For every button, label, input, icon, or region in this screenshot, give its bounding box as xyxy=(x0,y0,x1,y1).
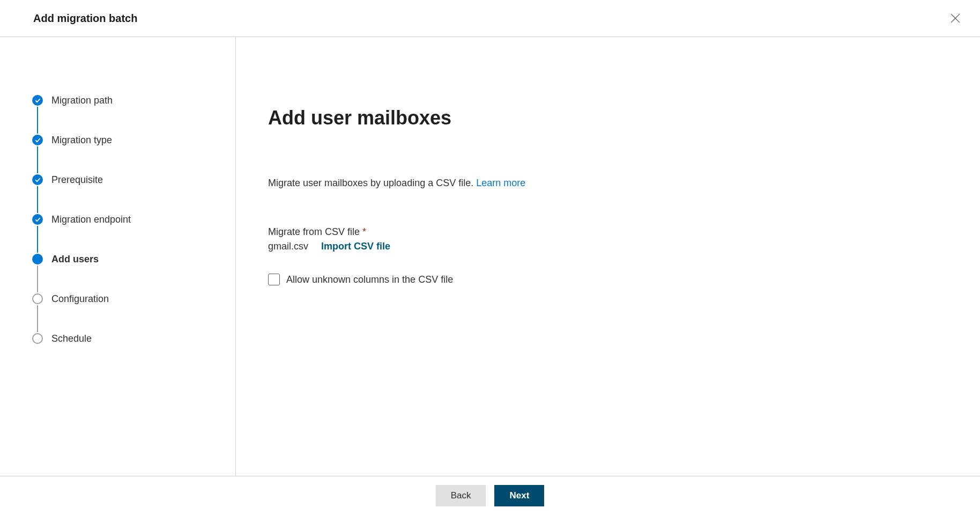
wizard-steps: Migration pathMigration typePrerequisite… xyxy=(32,95,214,344)
csv-file-name: gmail.csv xyxy=(268,241,308,252)
step-label: Add users xyxy=(51,254,99,265)
step-label: Schedule xyxy=(51,333,92,344)
csv-label-text: Migrate from CSV file xyxy=(268,226,360,237)
allow-unknown-label: Allow unknown columns in the CSV file xyxy=(286,274,453,285)
checkmark-icon xyxy=(32,135,43,145)
step-label: Migration type xyxy=(51,135,112,146)
checkmark-icon xyxy=(32,214,43,225)
step-connector xyxy=(37,266,38,292)
step-marker xyxy=(32,293,43,304)
wizard-footer: Back Next xyxy=(0,476,980,515)
page-title: Add user mailboxes xyxy=(268,107,948,129)
import-csv-button[interactable]: Import CSV file xyxy=(321,241,390,252)
learn-more-link[interactable]: Learn more xyxy=(476,178,525,188)
step-label: Prerequisite xyxy=(51,174,103,186)
step-marker xyxy=(32,254,43,264)
next-button[interactable]: Next xyxy=(494,485,544,506)
step-connector xyxy=(37,186,38,213)
close-icon xyxy=(951,13,960,23)
wizard-step[interactable]: Migration type xyxy=(32,135,214,145)
step-label: Configuration xyxy=(51,293,109,305)
checkmark-icon xyxy=(32,174,43,185)
wizard-sidebar: Migration pathMigration typePrerequisite… xyxy=(0,37,236,476)
wizard-step[interactable]: Migration endpoint xyxy=(32,214,214,225)
back-button[interactable]: Back xyxy=(436,485,486,506)
panel-body: Migration pathMigration typePrerequisite… xyxy=(0,37,980,476)
wizard-step[interactable]: Migration path xyxy=(32,95,214,106)
wizard-main: Add user mailboxes Migrate user mailboxe… xyxy=(236,37,980,476)
step-connector xyxy=(37,226,38,253)
step-connector xyxy=(37,146,38,173)
close-button[interactable] xyxy=(947,10,964,27)
allow-unknown-checkbox[interactable] xyxy=(268,274,280,285)
step-connector xyxy=(37,305,38,332)
wizard-step[interactable]: Add users xyxy=(32,254,214,264)
required-asterisk: * xyxy=(362,226,366,237)
panel-header: Add migration batch xyxy=(0,0,980,37)
panel-title: Add migration batch xyxy=(33,12,137,25)
allow-unknown-checkbox-row: Allow unknown columns in the CSV file xyxy=(268,274,948,285)
wizard-step[interactable]: Prerequisite xyxy=(32,174,214,185)
wizard-step[interactable]: Schedule xyxy=(32,333,214,344)
step-label: Migration path xyxy=(51,95,113,106)
csv-field-label: Migrate from CSV file * xyxy=(268,226,948,238)
step-label: Migration endpoint xyxy=(51,214,131,225)
step-marker xyxy=(32,333,43,344)
wizard-step[interactable]: Configuration xyxy=(32,293,214,304)
checkmark-icon xyxy=(32,95,43,106)
description-text: Migrate user mailboxes by uploading a CS… xyxy=(268,178,476,188)
page-description: Migrate user mailboxes by uploading a CS… xyxy=(268,178,948,189)
csv-file-row: gmail.csv Import CSV file xyxy=(268,241,948,252)
step-connector xyxy=(37,107,38,134)
